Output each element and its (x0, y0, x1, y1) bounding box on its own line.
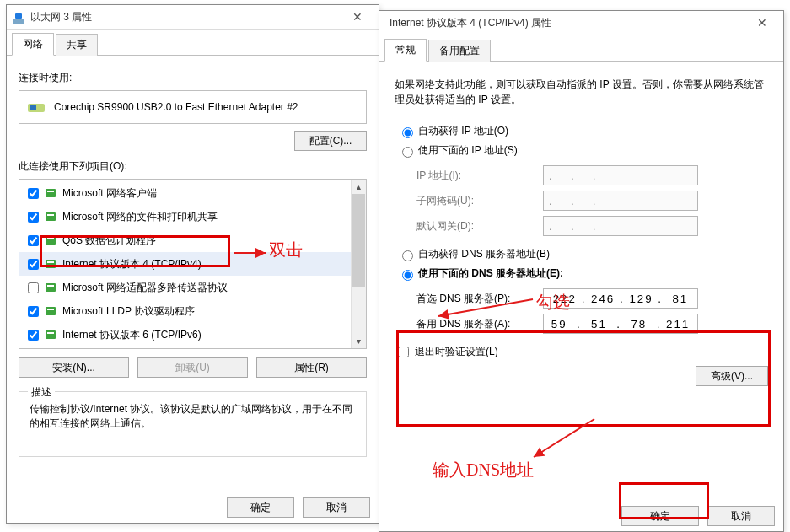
dialog-body: 连接时使用: Corechip SR9900 USB2.0 to Fast Et… (7, 56, 379, 464)
svg-rect-13 (47, 285, 54, 287)
uninstall-button: 卸载(U) (137, 357, 248, 378)
svg-rect-0 (13, 19, 24, 24)
tab-share[interactable]: 共享 (56, 34, 98, 56)
dialog-title: Internet 协议版本 4 (TCP/IPv4) 属性 (384, 11, 746, 35)
description-label: 描述 (28, 385, 55, 400)
item-checkbox[interactable] (28, 235, 39, 246)
protocol-icon (44, 304, 57, 318)
item-label: Internet 协议版本 6 (TCP/IPv6) (62, 328, 202, 342)
dialog-footer: 确定 取消 (227, 497, 370, 518)
install-button[interactable]: 安装(N)... (19, 357, 129, 378)
description-group: 描述 传输控制协议/Internet 协议。该协议是默认的广域网络协议，用于在不… (19, 391, 367, 457)
validate-checkbox[interactable] (398, 347, 409, 357)
connect-using-label: 连接时使用: (19, 71, 367, 85)
svg-rect-9 (47, 238, 54, 239)
ip-address-input (543, 165, 698, 185)
dns-fields: 首选 DNS 服务器(P): 备用 DNS 服务器(A): (416, 286, 768, 336)
gateway-label: 默认网关(D): (416, 219, 543, 234)
validate-label: 退出时验证设置(L) (415, 345, 498, 359)
svg-rect-14 (46, 307, 56, 315)
svg-rect-5 (47, 191, 54, 192)
radio-auto-dns-input[interactable] (402, 250, 413, 261)
list-item[interactable]: Microsoft LLDP 协议驱动程序 (19, 299, 351, 323)
list-item[interactable]: 链路层拓扑发现响应程序 (19, 347, 351, 348)
radio-auto-dns[interactable]: 自动获得 DNS 服务器地址(B) (398, 247, 768, 261)
item-label: QoS 数据包计划程序 (62, 234, 156, 248)
item-checkbox[interactable] (28, 259, 39, 270)
item-checkbox[interactable] (28, 188, 39, 199)
ip-fields: IP 地址(I): 子网掩码(U): 默认网关(D): (416, 163, 768, 239)
item-label: Internet 协议版本 4 (TCP/IPv4) (62, 257, 202, 271)
radio-manual-dns[interactable]: 使用下面的 DNS 服务器地址(E): (398, 266, 768, 281)
subnet-mask-input (543, 191, 698, 211)
help-text: 如果网络支持此功能，则可以获取自动指派的 IP 设置。否则，你需要从网络系统管理… (395, 77, 768, 107)
protocol-icon (44, 257, 57, 271)
adapter-name: Corechip SR9900 USB2.0 to Fast Ethernet … (54, 101, 298, 113)
svg-rect-8 (46, 236, 56, 245)
list-item[interactable]: Internet 协议版本 4 (TCP/IPv4) (19, 252, 351, 276)
ip-mode-group: 自动获得 IP 地址(O) 使用下面的 IP 地址(S): IP 地址(I): … (398, 124, 768, 239)
list-item[interactable]: Internet 协议版本 6 (TCP/IPv6) (19, 323, 351, 347)
radio-auto-ip[interactable]: 自动获得 IP 地址(O) (398, 124, 768, 138)
preferred-dns-input[interactable] (543, 288, 698, 309)
list-item[interactable]: QoS 数据包计划程序 (19, 228, 351, 252)
alternate-dns-label: 备用 DNS 服务器(A): (416, 317, 543, 331)
svg-rect-1 (15, 13, 22, 19)
tabstrip: 常规 备用配置 (379, 39, 783, 62)
close-icon[interactable]: ✕ (341, 7, 374, 27)
close-icon[interactable]: ✕ (746, 13, 778, 33)
item-checkbox[interactable] (28, 212, 39, 223)
item-label: Microsoft 网络客户端 (62, 186, 157, 201)
dialog-body: 如果网络支持此功能，则可以获取自动指派的 IP 设置。否则，你需要从网络系统管理… (379, 62, 783, 398)
dialog-titlebar: 以太网 3 属性 ✕ (7, 5, 379, 30)
scroll-thumb[interactable] (352, 194, 365, 287)
protocol-icon (44, 210, 57, 223)
item-checkbox[interactable] (28, 330, 39, 341)
ok-button[interactable]: 确定 (227, 497, 294, 518)
svg-rect-4 (46, 189, 56, 197)
radio-manual-ip[interactable]: 使用下面的 IP 地址(S): (398, 143, 768, 158)
items-listbox[interactable]: Microsoft 网络客户端Microsoft 网络的文件和打印机共享QoS … (19, 179, 367, 349)
advanced-button[interactable]: 高级(V)... (696, 366, 768, 386)
scrollbar[interactable]: ▴ ▾ (351, 180, 366, 348)
tab-general[interactable]: 常规 (384, 39, 427, 62)
alternate-dns-input[interactable] (543, 314, 698, 334)
svg-rect-3 (30, 105, 36, 110)
item-checkbox[interactable] (28, 306, 39, 317)
cancel-button[interactable]: 取消 (707, 506, 775, 526)
properties-button[interactable]: 属性(R) (256, 357, 367, 378)
item-label: Microsoft LLDP 协议驱动程序 (62, 304, 195, 319)
radio-manual-dns-input[interactable] (402, 270, 413, 281)
ok-button[interactable]: 确定 (621, 506, 699, 526)
list-item[interactable]: Microsoft 网络的文件和打印机共享 (19, 205, 351, 228)
list-item[interactable]: Microsoft 网络客户端 (19, 181, 351, 205)
ipv4-properties-dialog: Internet 协议版本 4 (TCP/IPv4) 属性 ✕ 常规 备用配置 … (379, 10, 784, 532)
tab-network[interactable]: 网络 (12, 33, 54, 56)
items-label: 此连接使用下列项目(O): (19, 159, 367, 174)
configure-button[interactable]: 配置(C)... (294, 131, 367, 151)
scroll-down-icon[interactable]: ▾ (352, 334, 366, 348)
scroll-up-icon[interactable]: ▴ (352, 180, 366, 194)
item-label: Microsoft 网络的文件和打印机共享 (62, 210, 218, 224)
protocol-icon (44, 328, 57, 341)
radio-auto-ip-label: 自动获得 IP 地址(O) (418, 124, 508, 138)
svg-rect-7 (47, 214, 54, 216)
list-item[interactable]: Microsoft 网络适配器多路传送器协议 (19, 276, 351, 299)
radio-auto-ip-input[interactable] (402, 127, 413, 138)
radio-auto-dns-label: 自动获得 DNS 服务器地址(B) (418, 247, 550, 261)
adapter-icon (27, 99, 46, 115)
svg-rect-11 (47, 261, 54, 263)
validate-on-exit-row[interactable]: 退出时验证设置(L) (398, 345, 768, 359)
item-checkbox[interactable] (28, 282, 39, 293)
item-action-buttons: 安装(N)... 卸载(U) 属性(R) (19, 357, 367, 378)
protocol-icon (44, 186, 57, 200)
tabstrip: 网络 共享 (7, 33, 379, 56)
adapter-display[interactable]: Corechip SR9900 USB2.0 to Fast Ethernet … (19, 90, 367, 124)
cancel-button[interactable]: 取消 (303, 497, 370, 518)
protocol-icon (44, 281, 57, 294)
tab-alternate[interactable]: 备用配置 (428, 40, 491, 62)
ip-address-label: IP 地址(I): (416, 169, 543, 183)
gateway-input (543, 216, 698, 236)
radio-manual-ip-input[interactable] (402, 147, 413, 158)
subnet-mask-label: 子网掩码(U): (416, 194, 543, 208)
